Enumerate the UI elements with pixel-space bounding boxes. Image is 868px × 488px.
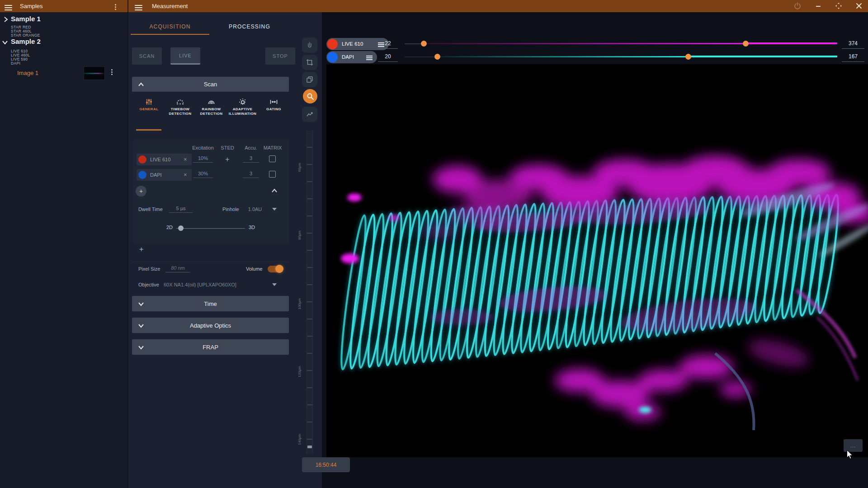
window-title: Measurement xyxy=(152,3,188,9)
sted-add-button[interactable]: + xyxy=(220,154,235,165)
layers-tool-button[interactable] xyxy=(302,72,317,87)
remove-channel-icon[interactable]: × xyxy=(184,171,187,178)
image-kebab-icon[interactable] xyxy=(111,68,113,76)
sidebar-menu-icon[interactable] xyxy=(5,4,12,12)
objective-dropdown-caret-icon[interactable] xyxy=(272,283,277,286)
channel-color-dot-red[interactable] xyxy=(327,39,338,49)
crop-region-tool-button[interactable] xyxy=(302,55,317,70)
sliders-icon xyxy=(145,98,153,106)
pinhole-value[interactable]: 1.0AU xyxy=(242,206,268,212)
sidebar-item-sample1[interactable]: Sample 1 xyxy=(0,14,127,26)
ruler-handle[interactable] xyxy=(307,446,312,448)
accu-input[interactable]: 3 xyxy=(243,171,259,178)
excitation-input[interactable]: 30% xyxy=(193,171,213,178)
dwell-time-input[interactable]: 5 µs xyxy=(169,206,193,213)
dimension-2d-label: 2D xyxy=(166,225,173,230)
measurement-menu-icon[interactable] xyxy=(135,4,142,12)
channel-color-dot-blue[interactable] xyxy=(327,52,338,62)
dapi-max-thumb[interactable] xyxy=(685,54,691,60)
col-header-sted: STED xyxy=(217,145,238,150)
sidebar-item-sample2[interactable]: Sample 2 xyxy=(0,36,127,47)
scan-tab-gating[interactable]: GATING xyxy=(258,98,289,112)
scan-tab-rainbow[interactable]: RAINBOW DETECTION xyxy=(196,98,227,116)
ruler-label: 100µm xyxy=(297,298,302,310)
dimension-slider-thumb[interactable] xyxy=(178,225,184,231)
matrix-checkbox[interactable] xyxy=(269,171,276,178)
chevron-down-icon xyxy=(138,324,144,328)
accu-input[interactable]: 3 xyxy=(243,155,259,163)
objective-label: Objective xyxy=(138,282,159,287)
live-button[interactable]: LIVE xyxy=(170,47,200,65)
live610-min-thumb[interactable] xyxy=(421,41,427,47)
viewer-channel-chip-dapi[interactable]: DAPI xyxy=(326,51,377,63)
scan-section-header[interactable]: Scan xyxy=(132,77,289,92)
zoom-tool-button[interactable] xyxy=(303,89,317,103)
z-stack-ruler[interactable] xyxy=(307,131,313,454)
scan-tab-label: TIMEBOW DETECTION xyxy=(165,107,196,116)
fullscreen-icon[interactable] xyxy=(835,2,842,9)
pixel-size-input[interactable]: 80 nm xyxy=(165,265,190,272)
channel-menu-icon[interactable] xyxy=(366,55,373,61)
live610-level-max-segment xyxy=(746,42,837,44)
tab-acquisition[interactable]: ACQUISITION xyxy=(132,21,208,32)
stop-button[interactable]: STOP xyxy=(265,47,295,65)
remove-channel-icon[interactable]: × xyxy=(184,156,187,163)
channel-max-value[interactable]: 374 xyxy=(842,40,864,49)
adaptive-optics-section-title: Adaptive Optics xyxy=(190,322,231,329)
frap-section-header[interactable]: FRAP xyxy=(132,339,289,355)
pan-hand-tool-button[interactable] xyxy=(302,38,317,53)
samples-sidebar: Sample 1 STAR RED STAR 460L STAR ORANGE … xyxy=(0,12,127,488)
live610-level-gradient[interactable] xyxy=(424,43,746,44)
scan-section-title: Scan xyxy=(204,81,217,88)
scan-tab-adaptive-illumination[interactable]: ADAPTIVE ILLUMINATION xyxy=(227,98,258,116)
image-canvas[interactable] xyxy=(326,64,868,457)
profile-plot-tool-button[interactable] xyxy=(302,107,317,122)
adaptive-optics-section-header[interactable]: Adaptive Optics xyxy=(132,318,289,333)
scan-tab-timebow[interactable]: TIMEBOW DETECTION xyxy=(165,98,196,116)
dimension-slider-track[interactable] xyxy=(176,228,245,229)
image-thumbnail[interactable] xyxy=(84,66,105,80)
gating-icon xyxy=(269,98,278,106)
magnifier-icon xyxy=(307,93,314,100)
channel-color-dot-blue[interactable] xyxy=(138,171,146,179)
live610-max-thumb[interactable] xyxy=(743,41,749,47)
matrix-checkbox[interactable] xyxy=(269,155,276,162)
time-section-title: Time xyxy=(204,300,217,307)
microscopy-3d-render xyxy=(326,64,868,457)
add-channel-button[interactable]: + xyxy=(136,186,146,197)
volume-toggle[interactable] xyxy=(268,266,283,272)
channel-min-value[interactable]: 22 xyxy=(378,40,398,49)
dapi-level-gradient[interactable] xyxy=(437,56,689,57)
objective-value[interactable]: 60X NA1.4(oil) [UPLXAPO60XO] xyxy=(164,282,236,287)
ruler-label: 60µm xyxy=(297,163,302,172)
scan-tab-general-underline xyxy=(136,129,161,131)
dapi-min-thumb[interactable] xyxy=(434,54,440,60)
channel-chip[interactable]: LIVE 610 × xyxy=(137,154,192,165)
power-icon[interactable] xyxy=(794,2,801,9)
sidebar-kebab-icon[interactable] xyxy=(115,3,116,11)
sidebar-title: Samples xyxy=(20,3,43,9)
scan-tab-label: GATING xyxy=(258,107,289,112)
collapse-chevron-up-icon[interactable] xyxy=(138,82,144,87)
add-sequence-button[interactable]: + xyxy=(139,245,143,253)
scan-tab-general[interactable]: GENERAL xyxy=(133,98,165,112)
table-collapse-chevron-icon[interactable] xyxy=(271,188,278,193)
channel-chip[interactable]: DAPI × xyxy=(137,169,192,181)
channel-max-value[interactable]: 167 xyxy=(842,53,864,62)
image-list-item[interactable]: Image 1 xyxy=(0,63,127,84)
chevron-down-icon[interactable] xyxy=(2,40,8,45)
close-icon[interactable] xyxy=(855,2,863,9)
chevron-right-icon[interactable] xyxy=(3,16,9,23)
viewer-channel-name: LIVE 610 xyxy=(342,41,363,47)
image-item-label[interactable]: Image 1 xyxy=(17,70,38,76)
minimize-icon[interactable] xyxy=(815,2,822,9)
channel-color-dot-red[interactable] xyxy=(138,155,146,164)
divider xyxy=(132,262,289,262)
scan-button[interactable]: SCAN xyxy=(132,47,162,65)
pinhole-dropdown-caret-icon[interactable] xyxy=(272,208,277,211)
tab-processing[interactable]: PROCESSING xyxy=(213,21,286,32)
excitation-input[interactable]: 10% xyxy=(193,155,213,163)
time-section-header[interactable]: Time xyxy=(132,296,289,311)
channel-min-value[interactable]: 20 xyxy=(378,53,398,62)
mouse-cursor xyxy=(846,450,854,460)
